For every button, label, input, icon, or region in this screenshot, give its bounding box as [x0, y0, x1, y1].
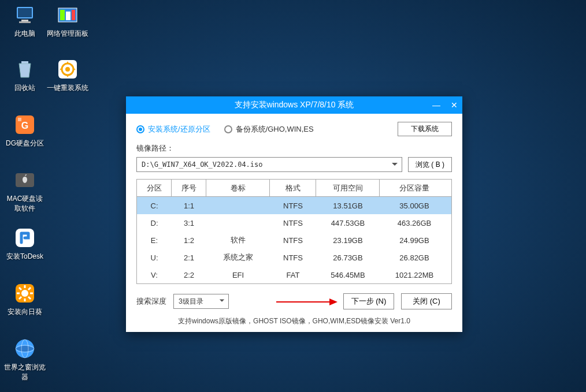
svg-text:G: G — [21, 121, 28, 130]
svg-rect-7 — [72, 10, 75, 20]
network-panel-icon — [56, 3, 79, 27]
path-dropdown[interactable]: D:\G_WIN7_X64_OK_V2022.04.iso — [136, 157, 402, 172]
desktop-icon-label: DG硬盘分区 — [3, 139, 46, 148]
table-row[interactable]: E:1:2软件NTFS23.19GB24.99GB — [137, 232, 451, 249]
cell-free: 26.73GB — [316, 253, 380, 262]
cell-seq: 3:1 — [172, 219, 206, 227]
svg-point-11 — [65, 67, 70, 72]
cell-fmt: FAT — [270, 271, 316, 279]
cell-free: 13.51GB — [316, 201, 380, 210]
desktop-icon-one-click-reinstall[interactable]: 一键重装系统 — [46, 58, 89, 93]
desktop-icon-label: 回收站 — [3, 83, 46, 93]
desktop-icon-label: 安装ToDesk — [3, 252, 46, 262]
desktop-icon-mac-disk-reader[interactable]: MAC硬盘读取软件 — [3, 169, 46, 214]
cell-cap: 35.00GB — [380, 201, 449, 210]
column-header[interactable]: 分区容量 — [380, 180, 449, 196]
cell-drive: U: — [137, 253, 172, 262]
cell-cap: 26.82GB — [380, 253, 449, 262]
column-header[interactable]: 分区 — [137, 180, 172, 196]
svg-rect-1 — [18, 8, 32, 17]
this-pc-icon — [13, 3, 36, 27]
cell-drive: E: — [137, 236, 172, 245]
close-button[interactable]: 关闭 (C) — [401, 293, 452, 309]
minimize-icon[interactable]: — — [432, 100, 440, 110]
svg-rect-6 — [66, 12, 71, 20]
radio-install-label: 安装系统/还原分区 — [148, 124, 210, 135]
cell-vol: 系统之家 — [206, 252, 270, 263]
cell-fmt: NTFS — [270, 253, 316, 262]
svg-point-18 — [21, 290, 28, 297]
column-header[interactable]: 序号 — [172, 180, 206, 196]
cell-fmt: NTFS — [270, 236, 316, 245]
title-text: 支持安装windows XP/7/8/10 系统 — [235, 100, 354, 110]
radio-install[interactable]: 安装系统/还原分区 — [136, 124, 210, 135]
table-row[interactable]: V:2:2EFIFAT546.45MB1021.22MB — [137, 266, 451, 283]
cell-free: 23.19GB — [316, 236, 380, 245]
cell-vol: 软件 — [206, 235, 270, 245]
cell-cap: 24.99GB — [380, 236, 449, 245]
table-row[interactable]: U:2:1系统之家NTFS26.73GB26.82GB — [137, 249, 451, 266]
mac-disk-reader-icon — [13, 169, 36, 192]
desktop-icon-label: 此电脑 — [3, 29, 46, 39]
table-row[interactable]: C:1:1NTFS13.51GB35.00GB — [137, 197, 451, 214]
column-header[interactable]: 格式 — [270, 180, 316, 196]
desktop-icon-label: 世界之窗浏览器 — [3, 363, 46, 382]
cell-drive: C: — [137, 201, 172, 210]
path-value: D:\G_WIN7_X64_OK_V2022.04.iso — [142, 160, 263, 169]
svg-rect-5 — [60, 10, 65, 20]
desktop-icon-label: MAC硬盘读取软件 — [3, 194, 46, 214]
desktop-icon-this-pc[interactable]: 此电脑 — [3, 3, 46, 39]
column-header[interactable]: 可用空间 — [316, 180, 380, 196]
install-sunflower-icon — [13, 282, 36, 305]
svg-rect-8 — [21, 61, 28, 64]
svg-rect-2 — [21, 20, 28, 21]
svg-rect-14 — [18, 118, 21, 121]
browse-button[interactable]: 浏览 ( B ) — [408, 157, 452, 172]
desktop-icon-recycle-bin[interactable]: 回收站 — [3, 58, 46, 93]
radio-backup-label: 备份系统/GHO,WIN,ES — [236, 124, 314, 135]
cell-drive: D: — [137, 219, 172, 227]
table-header: 分区序号卷标格式可用空间分区容量 — [137, 180, 451, 197]
desktop-icon-dg-partition[interactable]: GDG硬盘分区 — [3, 113, 46, 148]
depth-dropdown[interactable]: 3级目录 — [173, 294, 229, 309]
desktop-icon-label: 网络管理面板 — [46, 29, 89, 39]
column-header[interactable]: 卷标 — [206, 180, 270, 196]
cell-fmt: NTFS — [270, 201, 316, 210]
svg-marker-31 — [329, 298, 337, 305]
desktop-icon-world-browser[interactable]: 世界之窗浏览器 — [3, 337, 46, 382]
desktop-icon-install-sunflower[interactable]: 安装向日葵 — [3, 282, 46, 317]
install-dialog: 支持安装windows XP/7/8/10 系统 — ✕ 安装系统/还原分区 备… — [126, 96, 462, 332]
world-browser-icon — [13, 337, 36, 360]
chevron-down-icon — [219, 297, 225, 305]
desktop-icon-label: 一键重装系统 — [46, 83, 89, 93]
cell-seq: 1:1 — [172, 201, 206, 210]
desktop-icon-install-todesk[interactable]: 安装ToDesk — [3, 226, 46, 262]
depth-value: 3级目录 — [179, 297, 203, 307]
radio-backup[interactable]: 备份系统/GHO,WIN,ES — [224, 124, 314, 135]
close-icon[interactable]: ✕ — [451, 100, 458, 110]
cell-free: 546.45MB — [316, 271, 380, 279]
recycle-bin-icon — [13, 58, 36, 81]
depth-label: 搜索深度 — [136, 296, 166, 307]
arrow-annotation — [275, 297, 339, 307]
titlebar[interactable]: 支持安装windows XP/7/8/10 系统 — ✕ — [126, 96, 462, 114]
footer-text: 支持windows原版镜像，GHOST ISO镜像，GHO,WIM,ESD镜像安… — [136, 316, 452, 326]
cell-seq: 1:2 — [172, 236, 206, 245]
desktop-icon-label: 安装向日葵 — [3, 307, 46, 317]
cell-vol: EFI — [206, 271, 270, 279]
one-click-reinstall-icon — [56, 58, 79, 81]
cell-cap: 1021.22MB — [380, 271, 449, 279]
desktop-icon-network-panel[interactable]: 网络管理面板 — [46, 3, 89, 39]
download-button[interactable]: 下载系统 — [398, 122, 452, 136]
table-row[interactable]: D:3:1NTFS447.53GB463.26GB — [137, 214, 451, 232]
next-button[interactable]: 下一步 (N) — [343, 293, 394, 309]
svg-rect-3 — [19, 21, 31, 23]
cell-fmt: NTFS — [270, 219, 316, 227]
cell-seq: 2:1 — [172, 253, 206, 262]
cell-free: 447.53GB — [316, 219, 380, 227]
install-todesk-icon — [13, 226, 36, 249]
partition-table: 分区序号卷标格式可用空间分区容量 C:1:1NTFS13.51GB35.00GB… — [136, 179, 452, 284]
cell-drive: V: — [137, 271, 172, 279]
dg-partition-icon: G — [13, 113, 36, 136]
chevron-down-icon — [390, 160, 399, 169]
